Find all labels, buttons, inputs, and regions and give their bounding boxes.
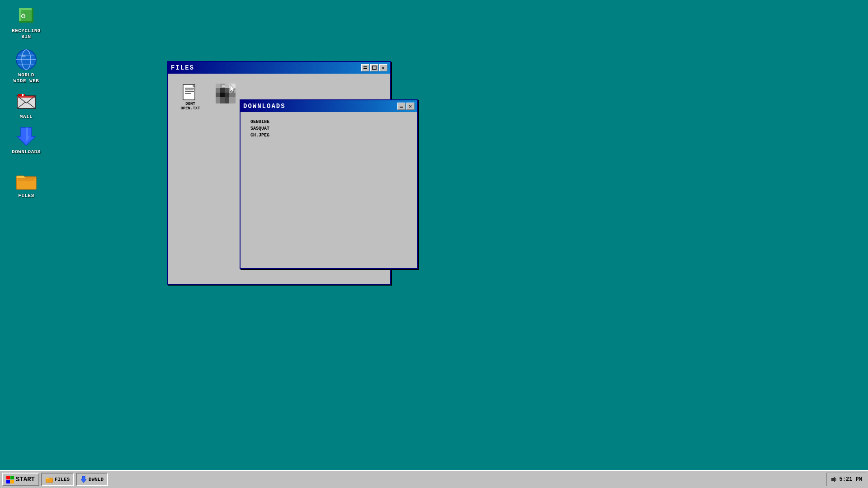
taskbar-clock: 5:21 PM: [826, 473, 866, 486]
svg-rect-30: [183, 84, 195, 100]
www-icon: [15, 49, 37, 70]
downloads-titlebar[interactable]: DOWNLOADS ✕: [241, 100, 417, 112]
taskbar-dwnld-label: DWNLD: [89, 477, 104, 482]
svg-rect-39: [185, 91, 194, 92]
svg-rect-38: [185, 89, 193, 90]
mail-label: MAIL: [20, 114, 33, 120]
downloads-window: DOWNLOADS ✕ GENUINE SASQUAT CH.JPEG: [240, 99, 418, 269]
files-title: FILES: [171, 64, 194, 71]
svg-rect-26: [18, 179, 34, 181]
taskbar-folder-icon: [46, 476, 53, 483]
desktop-icon-downloads[interactable]: DOWNLOADS: [8, 126, 44, 155]
start-label: START: [16, 476, 35, 483]
taskbar: START FILES DWNLD 5:21 PM: [0, 470, 868, 488]
files-icon: [15, 169, 37, 191]
recycle-label: RECYCLING: [12, 28, 41, 34]
svg-rect-55: [220, 97, 225, 103]
files-minimize-btn[interactable]: [361, 64, 369, 71]
start-grid-icon: [6, 476, 14, 483]
dont-open-label2: OPEN.TXT: [180, 106, 200, 111]
desktop: ♻ RECYCLING BIN WORLD WIDE WEB: [0, 0, 868, 488]
downloads-title: DOWNLOADS: [243, 103, 286, 110]
www-label2: WIDE WEB: [14, 78, 39, 84]
svg-marker-64: [831, 477, 835, 482]
svg-point-14: [21, 55, 26, 57]
taskbar-files-btn[interactable]: FILES: [41, 473, 74, 486]
genuine-label2: SASQUAT: [249, 125, 409, 132]
files-titlebar[interactable]: FILES ✕: [168, 62, 390, 74]
volume-icon: [830, 476, 837, 483]
files-label: FILES: [18, 193, 34, 199]
svg-rect-52: [225, 93, 229, 97]
recycle-label2: BIN: [21, 34, 31, 40]
recycle-icon: ♻: [15, 5, 37, 26]
desktop-icon-files[interactable]: FILES: [8, 169, 44, 199]
files-restore-btn[interactable]: [370, 64, 378, 71]
downloads-icon: [15, 126, 37, 147]
svg-rect-48: [225, 88, 229, 93]
taskbar-dwnld-btn[interactable]: DWNLD: [76, 473, 108, 486]
downloads-window-controls: ✕: [397, 103, 415, 110]
taskbar-files-label: FILES: [55, 477, 70, 482]
start-button[interactable]: START: [2, 473, 39, 486]
svg-rect-50: [216, 93, 220, 97]
clock-time: 5:21 PM: [840, 476, 862, 483]
svg-rect-1: [19, 8, 33, 10]
file-item-dont-open[interactable]: DONT OPEN.TXT: [175, 82, 206, 113]
svg-rect-46: [216, 88, 220, 93]
desktop-icon-recycle[interactable]: ♻ RECYCLING BIN: [8, 5, 44, 40]
mail-icon: [15, 90, 37, 112]
img-file-icon: [216, 84, 236, 103]
downloads-content: GENUINE SASQUAT CH.JPEG: [241, 112, 417, 268]
svg-rect-37: [185, 88, 194, 89]
svg-rect-6: [21, 10, 23, 12]
files-close-btn[interactable]: ✕: [379, 64, 387, 71]
genuine-label1: GENUINE: [249, 118, 409, 125]
desktop-icon-mail[interactable]: MAIL: [8, 90, 44, 120]
dont-open-label1: DONT: [185, 102, 195, 106]
svg-rect-29: [373, 66, 376, 70]
svg-rect-53: [229, 93, 236, 97]
svg-marker-63: [81, 476, 86, 483]
svg-rect-7: [24, 12, 26, 14]
svg-rect-21: [22, 94, 24, 96]
svg-rect-22: [24, 94, 25, 96]
svg-rect-44: [225, 84, 229, 88]
svg-rect-4: [19, 21, 33, 23]
www-label1: WORLD: [18, 72, 34, 78]
svg-rect-42: [216, 84, 220, 88]
downloads-label: DOWNLOADS: [12, 149, 41, 155]
svg-rect-57: [229, 97, 236, 103]
file-item-img[interactable]: [210, 82, 241, 105]
desktop-icon-www[interactable]: WORLD WIDE WEB: [8, 49, 44, 84]
genuine-label3: CH.JPEG: [249, 132, 409, 139]
txt-file-icon: [181, 84, 199, 102]
files-window-controls: ✕: [361, 64, 387, 71]
taskbar-download-icon: [80, 476, 87, 483]
svg-rect-20: [18, 94, 22, 96]
downloads-close-btn[interactable]: ✕: [406, 103, 415, 110]
svg-rect-3: [32, 8, 33, 23]
downloads-file-genuine[interactable]: GENUINE SASQUAT CH.JPEG: [245, 117, 413, 141]
svg-rect-58: [222, 85, 225, 87]
svg-rect-56: [225, 97, 229, 103]
svg-rect-32: [193, 84, 195, 86]
svg-rect-51: [220, 93, 225, 97]
svg-rect-40: [185, 93, 191, 94]
svg-rect-28: [363, 66, 367, 67]
svg-rect-47: [220, 88, 225, 93]
svg-rect-27: [363, 68, 367, 69]
downloads-minimize-btn[interactable]: [397, 103, 406, 110]
svg-rect-54: [216, 97, 220, 103]
svg-rect-61: [400, 107, 403, 108]
